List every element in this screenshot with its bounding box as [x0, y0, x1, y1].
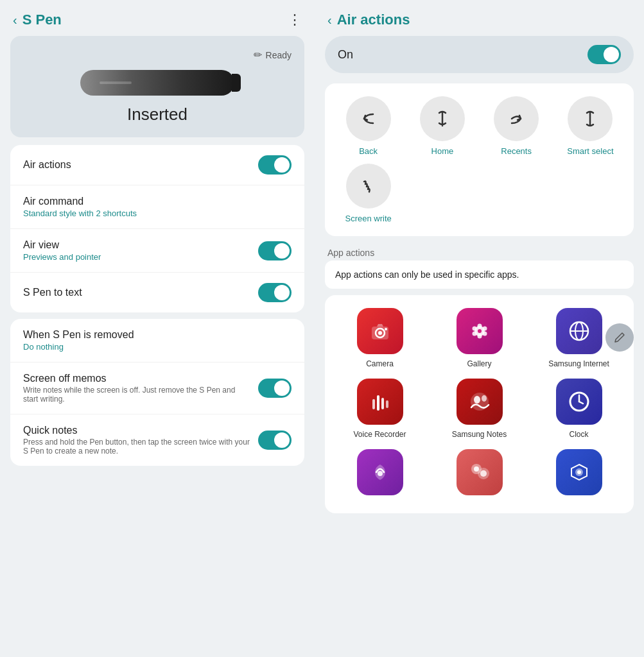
on-toggle[interactable] [587, 45, 621, 64]
home-label: Home [431, 146, 454, 156]
camera-svg [368, 319, 392, 343]
quick-notes-title: Quick notes [23, 425, 250, 436]
home-gesture-icon [431, 108, 453, 130]
recents-gesture-icon [505, 108, 527, 130]
setting-quick-notes[interactable]: Quick notes Press and hold the Pen butto… [10, 414, 304, 466]
setting-air-view[interactable]: Air view Previews and pointer [10, 229, 304, 273]
app-clock[interactable]: Clock [534, 379, 623, 439]
left-header-title: S Pen [22, 12, 62, 28]
smart-select-circle [568, 96, 613, 141]
app-unknown-1[interactable] [335, 449, 424, 500]
svg-point-10 [482, 332, 487, 336]
camera-label: Camera [366, 359, 394, 368]
spen-to-text-title: S Pen to text [23, 287, 258, 298]
app-camera[interactable]: Camera [335, 308, 424, 368]
svg-rect-18 [386, 400, 388, 408]
pen-ready-icon: ✏ [254, 49, 262, 61]
quick-notes-subtitle: Press and hold the Pen button, then tap … [23, 438, 250, 456]
air-actions-title: Air actions [23, 159, 258, 171]
apps-grid: Camera Gallery [325, 295, 634, 513]
spen-to-text-toggle[interactable] [258, 283, 292, 302]
left-more-icon[interactable]: ⋮ [288, 12, 302, 28]
screen-off-title: Screen off memos [23, 373, 250, 384]
on-toggle-row[interactable]: On [325, 36, 634, 73]
voice-recorder-label: Voice Recorder [353, 430, 406, 439]
voice-recorder-icon [357, 379, 403, 425]
setting-air-command[interactable]: Air command Standard style with 2 shortc… [10, 185, 304, 229]
action-home[interactable]: Home [409, 96, 475, 156]
app3-svg [566, 459, 592, 485]
camera-icon [357, 308, 403, 354]
gallery-svg [467, 318, 492, 344]
air-command-title: Air command [23, 196, 292, 207]
samsung-internet-icon [556, 308, 602, 354]
right-header: ‹ Air actions [315, 0, 644, 36]
setting-screen-off-memos[interactable]: Screen off memos Write notes while the s… [10, 363, 304, 414]
air-command-subtitle: Standard style with 2 shortcuts [23, 209, 292, 218]
screen-off-subtitle: Write notes while the screen is off. Jus… [23, 386, 250, 404]
app-gallery[interactable]: Gallery [435, 308, 524, 368]
app1-svg [367, 459, 393, 485]
action-back[interactable]: Back [335, 96, 401, 156]
air-view-title: Air view [23, 239, 258, 251]
clock-svg [566, 388, 593, 415]
svg-point-5 [477, 324, 482, 328]
app2-icon [457, 449, 503, 495]
gesture-actions-grid: Back Home [335, 96, 623, 223]
app-unknown-3[interactable] [534, 449, 623, 500]
clock-icon [556, 379, 602, 425]
action-smart-select[interactable]: Smart select [557, 96, 623, 156]
when-removed-subtitle: Do nothing [23, 342, 292, 352]
svg-point-32 [577, 470, 581, 474]
samsung-notes-label: Samsung Notes [452, 430, 507, 439]
svg-point-9 [472, 332, 476, 336]
left-scroll: ✏ Ready Inserted Air actions Air command… [0, 36, 315, 657]
svg-point-20 [474, 396, 480, 404]
svg-point-3 [385, 328, 387, 330]
svg-rect-16 [377, 395, 379, 411]
setting-when-removed[interactable]: When S Pen is removed Do nothing [10, 319, 304, 363]
air-view-toggle[interactable] [258, 241, 292, 260]
quick-notes-toggle[interactable] [258, 431, 292, 450]
left-back-icon[interactable]: ‹ [13, 13, 17, 28]
setting-air-actions[interactable]: Air actions [10, 145, 304, 185]
right-back-area[interactable]: ‹ Air actions [327, 12, 410, 28]
left-panel: ‹ S Pen ⋮ ✏ Ready Inserted Air actions [0, 0, 315, 657]
svg-point-6 [477, 334, 482, 339]
left-back-area[interactable]: ‹ S Pen [13, 12, 62, 28]
screen-off-toggle[interactable] [258, 379, 292, 398]
edit-icon [613, 331, 626, 344]
smart-select-label: Smart select [567, 146, 613, 156]
svg-point-21 [482, 395, 487, 402]
samsung-notes-svg [466, 388, 493, 415]
action-recents[interactable]: Recents [483, 96, 550, 156]
main-settings-section: Air actions Air command Standard style w… [10, 145, 304, 312]
app-samsung-notes[interactable]: Samsung Notes [435, 379, 524, 439]
air-actions-toggle[interactable] [258, 155, 292, 175]
right-scroll: On Back [315, 36, 644, 657]
svg-line-24 [579, 402, 583, 404]
app-actions-header: App actions [315, 243, 644, 260]
svg-rect-17 [381, 398, 384, 409]
home-circle [420, 96, 465, 141]
right-panel: ‹ Air actions On Back [315, 0, 644, 657]
app-unknown-2[interactable] [435, 449, 524, 500]
voice-recorder-svg [367, 389, 393, 414]
svg-rect-15 [372, 399, 375, 409]
spen-status-card: ✏ Ready Inserted [10, 36, 304, 137]
app-voice-recorder[interactable]: Voice Recorder [335, 379, 424, 439]
right-back-icon[interactable]: ‹ [327, 13, 332, 28]
fab-edit-button[interactable] [605, 323, 634, 352]
recents-label: Recents [501, 146, 532, 156]
samsung-internet-svg [566, 318, 593, 345]
clock-label: Clock [569, 430, 588, 439]
svg-point-29 [480, 470, 487, 477]
screen-write-label: Screen write [345, 214, 392, 223]
smart-select-icon [579, 108, 601, 130]
on-toggle-label: On [338, 48, 353, 62]
action-screen-write[interactable]: Screen write [335, 164, 401, 223]
setting-spen-to-text[interactable]: S Pen to text [10, 273, 304, 312]
svg-point-28 [474, 466, 479, 472]
app3-icon [556, 449, 602, 495]
app1-icon [357, 449, 403, 495]
